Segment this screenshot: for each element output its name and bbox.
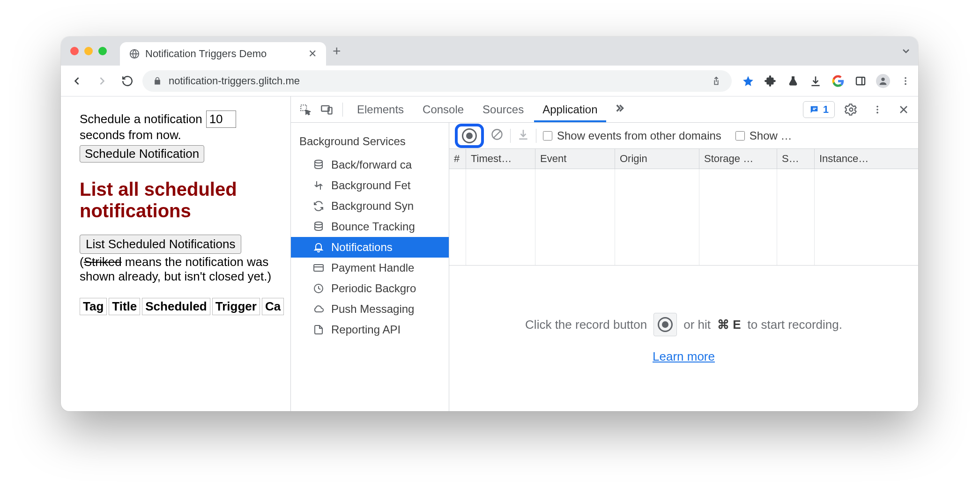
sidebar-item-payment-handler[interactable]: Payment Handle: [291, 258, 449, 278]
learn-more-link[interactable]: Learn more: [653, 349, 715, 364]
sidebar-item-label: Background Fet: [331, 179, 410, 192]
tab-sources[interactable]: Sources: [474, 96, 532, 122]
checkbox-label: Show …: [750, 129, 792, 142]
minimize-window-icon[interactable]: [84, 47, 93, 55]
th-trigger: Trigger: [212, 298, 260, 315]
globe-icon: [129, 49, 140, 59]
svg-point-6: [905, 83, 906, 85]
col-origin[interactable]: Origin: [615, 149, 699, 169]
th-scheduled: Scheduled: [142, 298, 210, 315]
schedule-notification-button[interactable]: Schedule Notification: [80, 145, 204, 163]
col-instance[interactable]: Instance…: [815, 149, 918, 169]
th-ca: Ca: [262, 298, 284, 315]
show-other-domains-checkbox[interactable]: Show events from other domains: [543, 129, 721, 142]
devtools-panel: Elements Console Sources Application 1: [290, 96, 918, 411]
empty-shortcut: ⌘ E: [717, 318, 741, 332]
checkbox-input[interactable]: [735, 131, 745, 140]
close-tab-icon[interactable]: ✕: [308, 48, 317, 60]
sidebar-item-label: Bounce Tracking: [331, 220, 415, 233]
bookmark-star-icon[interactable]: [741, 74, 755, 88]
tab-title: Notification Triggers Demo: [145, 48, 267, 60]
cloud-icon: [312, 303, 325, 315]
issues-button[interactable]: 1: [803, 101, 835, 118]
empty-prefix: Click the record button: [525, 318, 647, 332]
reload-button[interactable]: [117, 71, 138, 91]
events-table-body: [449, 169, 918, 266]
sidebar-item-background-fetch[interactable]: Background Fet: [291, 175, 449, 196]
tab-overflow-icon[interactable]: [900, 45, 912, 57]
share-icon[interactable]: [711, 76, 721, 86]
maximize-window-icon[interactable]: [98, 47, 107, 55]
tab-elements[interactable]: Elements: [349, 96, 412, 122]
svg-rect-1: [856, 77, 865, 85]
browser-tab[interactable]: Notification Triggers Demo ✕: [120, 42, 326, 66]
col-s[interactable]: S…: [777, 149, 815, 169]
checkbox-input[interactable]: [543, 131, 552, 140]
show-truncated-checkbox[interactable]: Show …: [735, 129, 792, 142]
sidebar-item-label: Periodic Backgro: [331, 282, 416, 295]
svg-rect-20: [314, 265, 323, 271]
svg-point-19: [315, 222, 322, 225]
empty-middle: or hit: [683, 318, 711, 332]
sidebar-item-push-messaging[interactable]: Push Messaging: [291, 299, 449, 319]
back-button[interactable]: [67, 71, 87, 91]
checkbox-label: Show events from other domains: [557, 129, 721, 142]
record-button[interactable]: [462, 128, 477, 143]
sync-icon: [312, 200, 325, 212]
sidebar-item-background-sync[interactable]: Background Syn: [291, 196, 449, 216]
schedule-label-b: seconds from now.: [80, 128, 286, 142]
tab-application[interactable]: Application: [534, 96, 606, 122]
google-account-icon[interactable]: [831, 74, 845, 88]
side-panel-icon[interactable]: [854, 74, 868, 88]
save-events-button[interactable]: [517, 128, 529, 143]
sidebar-item-label: Push Messaging: [331, 303, 414, 316]
url-text: notification-triggers.glitch.me: [169, 75, 300, 87]
devtools-kebab-icon[interactable]: [868, 104, 887, 115]
list-notifications-button[interactable]: List Scheduled Notifications: [80, 235, 241, 254]
th-title: Title: [109, 298, 140, 315]
browser-window: Notification Triggers Demo ✕ + notificat…: [61, 37, 918, 411]
inspect-element-icon[interactable]: [296, 104, 315, 116]
close-window-icon[interactable]: [70, 47, 79, 55]
kebab-menu-icon[interactable]: [898, 74, 913, 88]
sidebar-item-reporting-api[interactable]: Reporting API: [291, 319, 449, 340]
extensions-icon[interactable]: [764, 74, 778, 88]
document-icon: [312, 324, 325, 335]
downloads-icon[interactable]: [809, 74, 823, 88]
sidebar-item-notifications[interactable]: Notifications: [291, 237, 449, 258]
new-tab-button[interactable]: +: [333, 43, 341, 59]
devtools-tab-bar: Elements Console Sources Application 1: [291, 96, 918, 123]
forward-button[interactable]: [92, 71, 112, 91]
tab-console[interactable]: Console: [414, 96, 472, 122]
card-icon: [312, 262, 325, 274]
address-bar[interactable]: notification-triggers.glitch.me: [142, 70, 732, 92]
labs-icon[interactable]: [786, 74, 800, 88]
empty-suffix: to start recording.: [748, 318, 842, 332]
content-area: Schedule a notification seconds from now…: [61, 96, 918, 411]
svg-rect-10: [813, 108, 816, 109]
seconds-input[interactable]: [206, 111, 236, 128]
profile-avatar[interactable]: [876, 74, 890, 88]
database-icon: [312, 159, 325, 170]
col-storage[interactable]: Storage …: [699, 149, 777, 169]
device-toolbar-icon[interactable]: [317, 103, 337, 116]
window-controls: [67, 47, 107, 55]
close-devtools-icon[interactable]: [894, 104, 913, 115]
sidebar-item-periodic-background-sync[interactable]: Periodic Backgro: [291, 278, 449, 299]
issues-icon: [809, 104, 819, 115]
col-number[interactable]: #: [449, 149, 466, 169]
sidebar-item-back-forward-cache[interactable]: Back/forward ca: [291, 155, 449, 175]
sidebar-item-label: Notifications: [331, 241, 393, 254]
svg-point-13: [876, 105, 878, 107]
col-timestamp[interactable]: Timest…: [466, 149, 535, 169]
settings-gear-icon[interactable]: [841, 103, 861, 116]
lock-icon: [153, 76, 162, 86]
sidebar-item-label: Background Syn: [331, 200, 414, 213]
col-event[interactable]: Event: [535, 149, 615, 169]
svg-line-24: [494, 131, 500, 138]
bell-icon: [312, 242, 325, 253]
events-table-header: # Timest… Event Origin Storage … S… Inst…: [449, 149, 918, 169]
clear-button[interactable]: [490, 128, 504, 144]
more-tabs-icon[interactable]: [608, 102, 630, 117]
sidebar-item-bounce-tracking[interactable]: Bounce Tracking: [291, 216, 449, 237]
